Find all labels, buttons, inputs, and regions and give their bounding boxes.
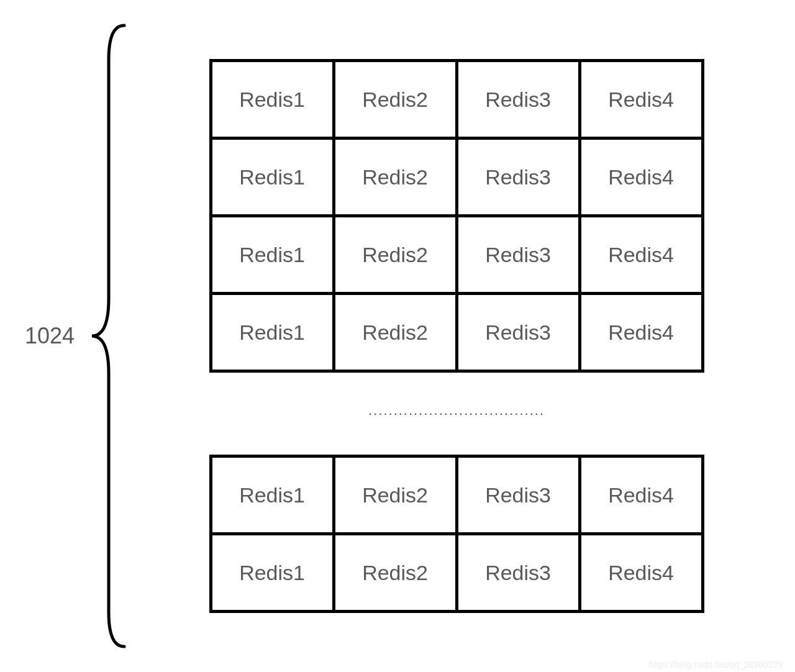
table-cell: Redis4 [579,61,702,138]
table-cell: Redis2 [334,138,457,216]
table-cell: Redis1 [211,216,334,294]
top-grid: Redis1 Redis2 Redis3 Redis4 Redis1 Redis… [209,59,704,373]
table-cell: Redis2 [334,61,457,138]
table-cell: Redis1 [211,294,334,371]
table-cell: Redis3 [457,138,579,216]
table-cell: Redis3 [457,456,579,534]
table-cell: Redis1 [211,138,334,216]
table-row: Redis1 Redis2 Redis3 Redis4 [211,456,702,534]
watermark: https://blog.csdn.net/qq_38360229 [649,660,783,670]
table-cell: Redis3 [457,216,579,294]
table-cell: Redis3 [457,61,579,138]
table-cell: Redis1 [211,534,334,612]
table-cell: Redis3 [457,534,579,612]
ellipsis: ··································· [368,407,545,420]
table-row: Redis1 Redis2 Redis3 Redis4 [211,61,702,138]
tables-column: Redis1 Redis2 Redis3 Redis4 Redis1 Redis… [143,59,770,613]
table-cell: Redis2 [334,294,457,371]
table-row: Redis1 Redis2 Redis3 Redis4 [211,216,702,294]
table-cell: Redis1 [211,456,334,534]
table-cell: Redis2 [334,216,457,294]
table-cell: Redis4 [579,294,702,371]
bottom-grid: Redis1 Redis2 Redis3 Redis4 Redis1 Redis… [209,455,704,613]
table-cell: Redis2 [334,534,457,612]
label-column: 1024 [25,12,130,660]
table-cell: Redis4 [579,534,702,612]
curly-brace-icon [87,22,130,650]
table-row: Redis1 Redis2 Redis3 Redis4 [211,294,702,371]
table-cell: Redis4 [579,216,702,294]
table-cell: Redis4 [579,456,702,534]
table-cell: Redis1 [211,61,334,138]
table-cell: Redis4 [579,138,702,216]
size-label: 1024 [25,323,75,349]
table-cell: Redis3 [457,294,579,371]
diagram-container: 1024 Redis1 Redis2 Redis3 Redis4 Redis1 … [0,0,795,672]
table-row: Redis1 Redis2 Redis3 Redis4 [211,534,702,612]
table-cell: Redis2 [334,456,457,534]
table-row: Redis1 Redis2 Redis3 Redis4 [211,138,702,216]
